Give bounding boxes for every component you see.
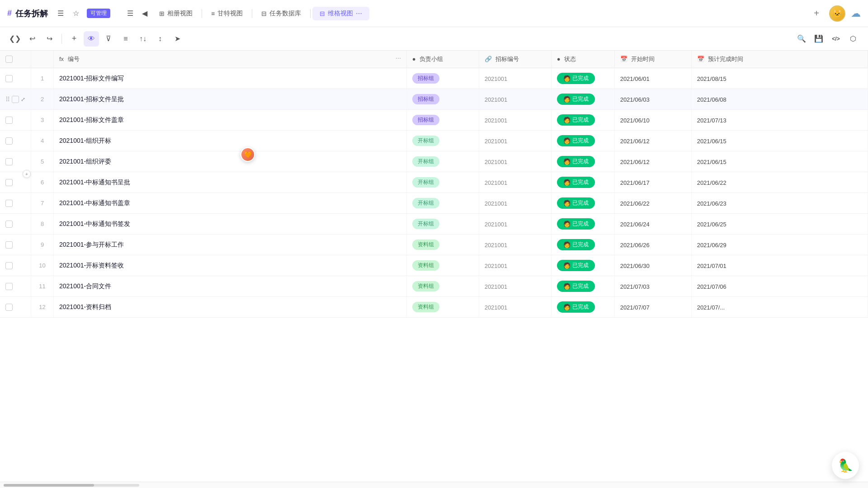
row-checkbox[interactable] [5,221,13,228]
nav-divider-1 [202,9,202,18]
status-badge: 🧑 已完成 [557,260,595,271]
drag-handle[interactable]: ⠿ [5,96,10,103]
bid-number: 2021001 [485,304,508,311]
expand-row-icon[interactable]: ⤢ [21,96,25,103]
search-btn[interactable]: 🔍 [794,31,809,47]
td-num: 1 [31,68,54,89]
td-bid: 2021001 [479,110,551,131]
row-checkbox[interactable] [5,158,13,165]
row-checkbox[interactable] [5,179,13,186]
tab-gantt[interactable]: ≡ 甘特视图 [204,7,250,20]
filter-btn[interactable]: ⊽ [101,31,116,47]
start-date: 2021/06/03 [620,96,650,103]
scrollbar-track[interactable] [4,484,139,487]
td-check [0,193,31,214]
td-status: 🧑 已完成 [551,110,614,131]
bookmark-icon-btn[interactable]: ☰ [53,6,68,21]
td-group: 开标组 [406,214,479,235]
end-date: 2021/07/06 [697,283,726,290]
row-checkbox[interactable] [5,117,13,124]
avatar-emoji: 🐱 [833,9,842,18]
td-status: 🧑 已完成 [551,276,614,297]
chatbot-btn[interactable]: 🦜 [832,452,859,479]
row-checkbox[interactable] [5,200,13,207]
table-row: 10 2021001-开标资料签收 资料组 2021001 🧑 已完成 2021… [0,255,868,276]
scroll-area[interactable] [0,482,868,488]
row-checkbox[interactable] [5,137,13,145]
td-group: 招标组 [406,89,479,110]
td-group: 招标组 [406,110,479,131]
table-row: 3 2021001-招标文件盖章 招标组 2021001 🧑 已完成 2021/… [0,110,868,131]
share-btn[interactable]: ➤ [170,31,185,47]
col-more-icon[interactable]: ⋯ [396,55,401,61]
row-checkbox[interactable] [12,96,19,103]
api-btn[interactable]: </> [828,31,844,47]
nav-back-btn[interactable]: ◀ [137,6,152,21]
start-date: 2021/06/10 [620,117,650,124]
start-date: 2021/06/26 [620,242,650,249]
vika-more-icon[interactable]: ⋯ [356,10,362,17]
group-tag: 资料组 [412,302,439,312]
undo-btn[interactable]: ↩ [24,31,40,47]
add-view-btn[interactable]: + [809,6,824,21]
left-expand-btn[interactable]: + [23,170,31,178]
th-num [31,51,54,68]
td-end: 2021/06/22 [691,172,868,193]
cube-btn[interactable]: ⬡ [845,31,861,47]
th-name: fx 编号 ⋯ [54,51,407,68]
td-start: 2021/06/24 [614,214,691,235]
start-date: 2021/06/01 [620,75,650,82]
add-field-btn[interactable]: + [66,31,82,47]
td-end: 2021/07/... [691,297,868,318]
start-date: 2021/06/24 [620,221,650,228]
td-group: 招标组 [406,68,479,89]
td-bid: 2021001 [479,172,551,193]
album-icon: ⊞ [159,10,165,17]
td-group: 开标组 [406,172,479,193]
td-check [0,68,31,89]
save-view-btn[interactable]: 💾 [811,31,826,47]
td-start: 2021/06/03 [614,89,691,110]
tab-vika[interactable]: ⊟ 维格视图 ⋯ [312,7,369,20]
group-btn[interactable]: ≡ [118,31,133,47]
row-checkbox[interactable] [5,262,13,269]
table-row: ⠿ ⤢ 2 2021001-招标文件呈批 招标组 2021001 🧑 已完成 2… [0,89,868,110]
cloud-icon[interactable]: ☁ [851,8,861,19]
td-status: 🧑 已完成 [551,172,614,193]
group-tag: 开标组 [412,156,439,167]
td-end: 2021/06/08 [691,89,868,110]
row-height-btn[interactable]: ↕ [152,31,168,47]
end-date: 2021/08/15 [697,75,726,82]
status-badge: 🧑 已完成 [557,197,595,209]
status-badge: 🧑 已完成 [557,281,595,292]
td-check [0,235,31,255]
star-icon-btn[interactable]: ☆ [69,6,83,21]
sort-btn[interactable]: ↑↓ [135,31,151,47]
tab-database[interactable]: ⊟ 任务数据库 [254,7,308,20]
td-name: 2021001-组织开标 [54,131,407,151]
user-avatar[interactable]: 🐱 [829,5,845,22]
status-emoji: 🧑 [563,241,571,248]
tab-album[interactable]: ⊞ 相册视图 [152,7,200,20]
toolbar-right: 🔍 💾 </> ⬡ [794,31,861,47]
task-name: 2021001-中标通知书呈批 [59,178,130,186]
start-date: 2021/06/30 [620,263,650,269]
cal-end-icon: 📅 [697,56,704,62]
scrollbar-thumb[interactable] [4,484,94,487]
redo-btn[interactable]: ↪ [42,31,57,47]
row-checkbox[interactable] [5,304,13,311]
vika-icon: ⊟ [320,10,325,17]
main-table: fx 编号 ⋯ ● 负责小组 🔗 招标编号 ● 状态 [0,51,868,318]
header-checkbox[interactable] [5,56,13,63]
group-tag: 开标组 [412,136,439,146]
eye-btn[interactable]: 👁 [84,31,99,47]
table-body: 1 2021001-招标文件编写 招标组 2021001 🧑 已完成 2021/… [0,68,868,318]
row-checkbox[interactable] [5,75,13,82]
row-checkbox[interactable] [5,241,13,249]
collapse-nav-btn[interactable]: ☰ [123,6,137,21]
floating-user-avatar[interactable]: 🧡 [241,147,255,162]
table-container[interactable]: fx 编号 ⋯ ● 负责小组 🔗 招标编号 ● 状态 [0,51,868,488]
group-tag: 开标组 [412,198,439,208]
row-checkbox[interactable] [5,283,13,290]
expand-sidebar-btn[interactable]: ❮❯ [7,31,23,47]
